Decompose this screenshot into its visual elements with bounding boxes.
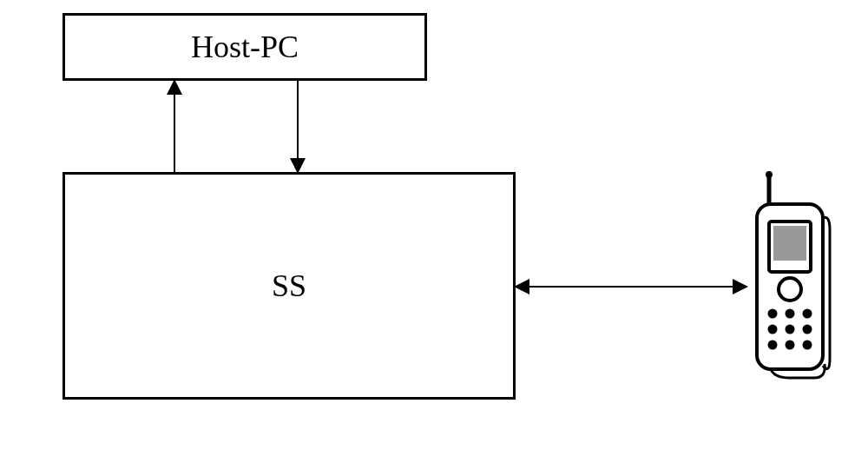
svg-point-9 <box>768 325 778 334</box>
host-pc-box: Host-PC <box>62 13 427 81</box>
ss-label: SS <box>272 268 306 304</box>
svg-point-10 <box>786 325 795 334</box>
svg-point-5 <box>779 278 801 301</box>
host-pc-label: Host-PC <box>191 29 299 65</box>
svg-point-13 <box>786 341 795 350</box>
arrow-ss-to-phone <box>516 286 746 288</box>
svg-point-14 <box>803 341 812 350</box>
ss-box: SS <box>62 172 516 400</box>
arrow-ss-to-host <box>174 81 175 172</box>
phone-icon <box>746 169 833 395</box>
svg-point-7 <box>786 309 795 319</box>
arrow-host-to-ss <box>297 81 299 172</box>
svg-point-1 <box>766 171 773 178</box>
svg-point-11 <box>803 325 812 334</box>
svg-point-6 <box>768 309 778 319</box>
svg-point-12 <box>768 341 778 350</box>
svg-point-8 <box>803 309 812 319</box>
svg-rect-4 <box>773 226 806 261</box>
